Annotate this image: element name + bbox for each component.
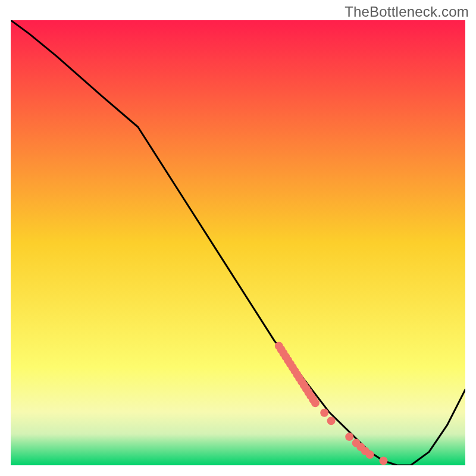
point-highlight-cluster [366,450,374,459]
watermark-text: TheBottleneck.com [345,4,469,20]
point-highlight-cluster [320,409,328,417]
chart-container: TheBottleneck.com [0,0,476,476]
chart-svg [11,20,465,465]
point-highlight-cluster [345,433,353,441]
point-highlight-cluster [380,457,388,465]
plot-area [11,20,465,465]
point-highlight-cluster [311,399,320,407]
point-highlight-cluster [327,416,336,425]
chart-background [11,20,465,465]
